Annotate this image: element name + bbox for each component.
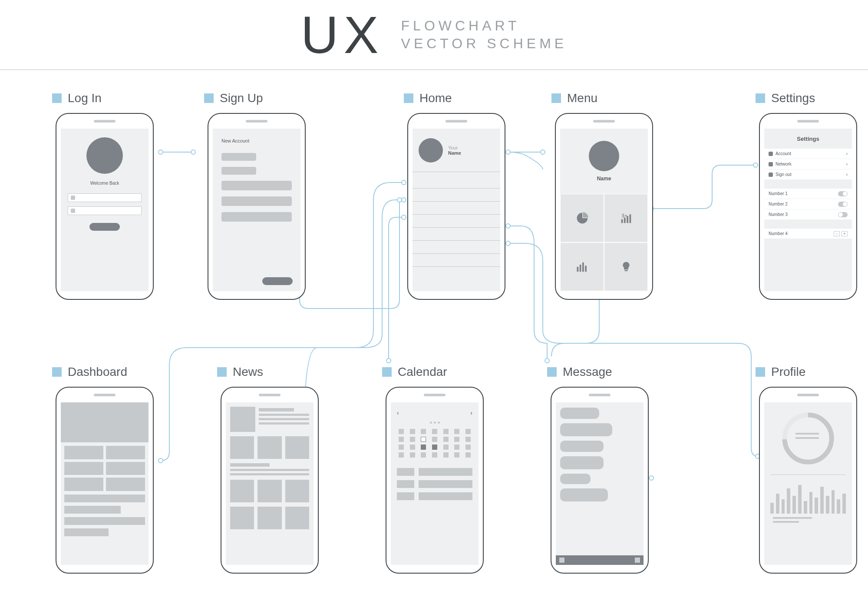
bulb-icon — [620, 260, 633, 273]
settings-link-network[interactable]: Network› — [764, 159, 852, 169]
screen-label: Profile — [756, 365, 868, 379]
calendar-grid — [397, 429, 472, 458]
logo-text: UX — [301, 5, 384, 65]
donut-chart — [780, 410, 836, 467]
label-text: Sign Up — [220, 91, 263, 105]
prev-month-button[interactable]: ‹ — [397, 409, 399, 416]
card[interactable] — [106, 478, 145, 491]
news-card[interactable] — [230, 407, 309, 432]
chat-bubble — [560, 423, 612, 436]
password-input[interactable] — [68, 206, 142, 215]
feed-list — [413, 172, 500, 267]
chat-bubble — [560, 474, 591, 484]
name-field[interactable] — [221, 153, 256, 161]
thumbnail[interactable] — [285, 480, 309, 502]
password-field[interactable] — [221, 181, 292, 190]
card[interactable] — [64, 462, 103, 475]
card[interactable] — [64, 478, 103, 491]
thumbnail[interactable] — [230, 436, 254, 459]
message-input-bar[interactable] — [556, 555, 644, 565]
bullet-icon — [756, 367, 765, 377]
menu-tile-bars[interactable] — [560, 242, 604, 291]
thumbnail[interactable] — [257, 507, 281, 529]
label-text: Settings — [771, 91, 815, 105]
stepper-control[interactable]: -+ — [834, 231, 848, 236]
settings-link-signout[interactable]: Sign out› — [764, 169, 852, 180]
phone-screen: Settings Account› Network› Sign out› Num… — [764, 129, 852, 291]
header: UX FLOWCHART VECTOR SCHEME — [0, 0, 868, 70]
extra-field[interactable] — [221, 212, 292, 222]
bullet-icon — [756, 93, 765, 103]
username-input[interactable] — [68, 193, 142, 202]
toggle-row-1[interactable]: Number 1 — [764, 189, 852, 199]
list-item[interactable] — [413, 241, 500, 254]
thumbnail[interactable] — [230, 507, 254, 529]
header-line2: VECTOR SCHEME — [401, 36, 568, 52]
phone-screen: New Account — [213, 129, 300, 291]
thumb-grid — [230, 507, 309, 529]
list-item[interactable] — [64, 506, 121, 514]
card[interactable] — [106, 462, 145, 475]
event-row[interactable] — [397, 480, 472, 488]
menu-tile-stats[interactable]: $+ — [604, 194, 648, 242]
thumbnail[interactable] — [285, 436, 309, 459]
list-item[interactable] — [413, 202, 500, 215]
svg-point-5 — [541, 150, 545, 154]
speaker-icon — [797, 120, 819, 123]
submit-button[interactable] — [262, 277, 293, 285]
list-item[interactable] — [413, 254, 500, 267]
month-nav: ‹ › — [397, 409, 472, 416]
phone-frame: Name $+ — [555, 113, 653, 300]
settings-title: Settings — [764, 129, 852, 149]
event-row[interactable] — [397, 468, 472, 476]
card[interactable] — [64, 446, 103, 459]
svg-rect-27 — [582, 262, 584, 272]
settings-link-account[interactable]: Account› — [764, 149, 852, 159]
menu-tile-bulb[interactable] — [604, 242, 648, 291]
phone-frame: Settings Account› Network› Sign out› Num… — [759, 113, 857, 300]
profile-header: Your Name — [413, 129, 500, 172]
label-text: Dashboard — [68, 365, 127, 379]
today-cell[interactable] — [421, 437, 426, 442]
list-item[interactable] — [413, 228, 500, 241]
stepper-row[interactable]: Number 4 -+ — [764, 229, 852, 239]
list-item[interactable] — [413, 176, 500, 189]
list-item[interactable] — [413, 215, 500, 228]
thumbnail[interactable] — [230, 480, 254, 502]
chat-bubble — [560, 441, 604, 452]
toggle-row-3[interactable]: Number 3 — [764, 209, 852, 220]
thumbnail[interactable] — [257, 436, 281, 459]
confirm-field[interactable] — [221, 196, 292, 206]
chat-bubble — [560, 408, 599, 419]
thumbnail[interactable] — [285, 507, 309, 529]
phone-screen: Name $+ — [560, 129, 648, 291]
next-month-button[interactable]: › — [470, 409, 472, 416]
send-icon[interactable] — [635, 558, 640, 563]
login-button[interactable] — [89, 223, 120, 231]
menu-tile-pie[interactable] — [560, 194, 604, 242]
toggle-switch[interactable] — [838, 202, 848, 207]
email-field[interactable] — [221, 167, 256, 175]
phone-frame: Welcome Back — [56, 113, 154, 300]
event-row[interactable] — [397, 492, 472, 500]
thumbnail[interactable] — [257, 480, 281, 502]
screen-dashboard: Dashboard — [52, 365, 165, 574]
card[interactable] — [106, 446, 145, 459]
list-item[interactable] — [64, 495, 145, 502]
power-icon — [769, 173, 773, 177]
attach-icon[interactable] — [559, 558, 564, 563]
phone-screen — [61, 402, 149, 565]
toggle-switch[interactable] — [838, 191, 848, 196]
avatar-icon — [419, 138, 443, 163]
toggle-row-2[interactable]: Number 2 — [764, 199, 852, 209]
speaker-icon — [246, 120, 267, 123]
list-item[interactable] — [64, 517, 145, 525]
phone-screen: ‹ › — [391, 402, 479, 565]
list-item[interactable] — [413, 189, 500, 202]
list-item[interactable] — [64, 528, 109, 536]
toggle-switch[interactable] — [838, 212, 848, 217]
name-label: Name — [448, 150, 461, 156]
bullet-icon — [404, 93, 413, 103]
label-text: Log In — [68, 91, 102, 105]
welcome-text: Welcome Back — [90, 181, 119, 186]
